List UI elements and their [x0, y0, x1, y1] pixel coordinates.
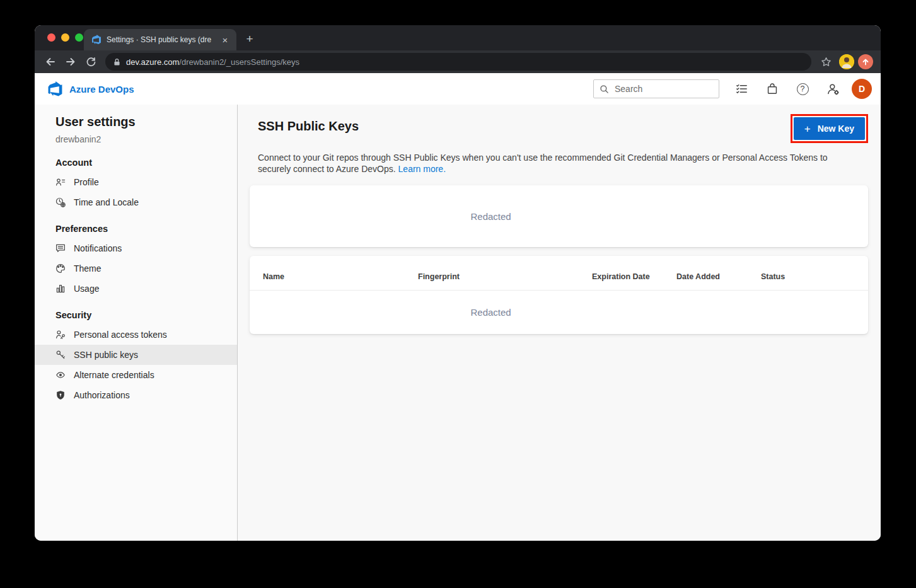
sidebar-section-account: Account — [55, 155, 237, 170]
browser-toolbar: dev.azure.com/drewbanin2/_usersSettings/… — [35, 50, 881, 73]
new-tab-button[interactable]: + — [241, 31, 258, 47]
redacted-banner-text: Redacted — [250, 211, 732, 222]
profile-icon — [55, 177, 66, 187]
sidebar-item-notifications[interactable]: Notifications — [35, 238, 237, 258]
sidebar-item-authorizations[interactable]: Authorizations — [35, 385, 237, 405]
description-line-2: securely connect to Azure DevOps. — [258, 164, 396, 174]
column-header-name: Name — [263, 272, 418, 281]
tab-close-icon[interactable]: × — [220, 35, 230, 45]
plus-icon: + — [804, 124, 811, 134]
red-annotation-box: + New Key — [791, 114, 868, 143]
browser-profile-avatar[interactable] — [839, 54, 854, 69]
sidebar-section-preferences: Preferences — [55, 221, 237, 236]
chrome-update-icon[interactable] — [858, 54, 873, 69]
browser-tab[interactable]: Settings · SSH public keys (dre × — [84, 29, 236, 50]
column-header-expiration-date: Expiration Date — [592, 272, 676, 281]
column-header-date-added: Date Added — [676, 272, 761, 281]
sidebar-item-label: Time and Locale — [74, 197, 139, 207]
personal-access-tokens-icon — [55, 330, 66, 340]
url-path: /drewbanin2/_usersSettings/keys — [179, 57, 299, 67]
page-title: SSH Public Keys — [258, 119, 359, 134]
azure-devops-home-link[interactable]: Azure DevOps — [47, 81, 134, 97]
theme-palette-icon — [55, 263, 66, 274]
azure-devops-logo-icon — [47, 81, 63, 97]
sidebar-item-profile[interactable]: Profile — [35, 172, 237, 192]
sidebar-item-time-and-locale[interactable]: Time and Locale — [35, 192, 237, 212]
new-key-button[interactable]: + New Key — [794, 117, 865, 140]
learn-more-link[interactable]: Learn more. — [398, 164, 446, 174]
help-icon[interactable]: ? — [787, 73, 818, 105]
table-header-row: Name Fingerprint Expiration Date Date Ad… — [250, 256, 868, 291]
url-domain: dev.azure.com — [126, 57, 179, 67]
app-header: Azure DevOps ? D — [35, 73, 881, 105]
usage-chart-icon — [55, 284, 66, 294]
sidebar-item-label: Theme — [74, 263, 101, 274]
sidebar-item-theme[interactable]: Theme — [35, 258, 237, 279]
page-description: Connect to your Git repos through SSH Pu… — [258, 152, 868, 175]
table-row: Redacted — [250, 291, 868, 334]
sidebar-item-label: Personal access tokens — [74, 330, 167, 340]
search-box — [593, 79, 719, 98]
help-glyph: ? — [797, 83, 809, 95]
sidebar-item-label: SSH public keys — [74, 350, 138, 360]
redacted-banner-card: Redacted — [250, 185, 868, 247]
page-content: User settings drewbanin2 Account Profile… — [35, 105, 881, 541]
lock-icon — [113, 58, 121, 66]
description-line-1: Connect to your Git repos through SSH Pu… — [258, 153, 828, 163]
address-bar[interactable]: dev.azure.com/drewbanin2/_usersSettings/… — [105, 53, 811, 71]
alternate-credentials-icon — [55, 370, 66, 380]
tab-bar: Settings · SSH public keys (dre × + — [35, 25, 881, 50]
close-window-button[interactable] — [47, 33, 55, 42]
sidebar-item-alternate-credentials[interactable]: Alternate credentials — [35, 365, 237, 385]
sidebar-item-label: Profile — [74, 177, 99, 187]
browser-window: Settings · SSH public keys (dre × + dev.… — [35, 25, 881, 541]
settings-sidebar: User settings drewbanin2 Account Profile… — [35, 105, 238, 541]
traffic-lights — [47, 33, 83, 42]
tab-title: Settings · SSH public keys (dre — [107, 35, 215, 44]
authorizations-shield-icon — [55, 390, 66, 400]
main-panel: SSH Public Keys + New Key Connect to you… — [238, 105, 881, 541]
sidebar-item-label: Authorizations — [74, 390, 130, 400]
sidebar-item-ssh-public-keys[interactable]: SSH public keys — [35, 345, 237, 365]
bookmark-star-icon[interactable] — [816, 53, 835, 71]
minimize-window-button[interactable] — [61, 33, 69, 42]
user-settings-gear-icon[interactable] — [818, 73, 848, 105]
account-avatar[interactable]: D — [852, 79, 872, 99]
time-locale-icon — [55, 197, 66, 207]
sidebar-username: drewbanin2 — [55, 132, 237, 146]
ssh-keys-table: Name Fingerprint Expiration Date Date Ad… — [250, 256, 868, 334]
sidebar-section-security: Security — [55, 308, 237, 323]
sidebar-item-usage[interactable]: Usage — [35, 279, 237, 299]
ssh-key-icon — [55, 350, 66, 360]
search-input[interactable] — [613, 83, 713, 95]
reload-icon[interactable] — [81, 53, 100, 71]
notifications-icon — [55, 243, 66, 253]
sidebar-item-label: Usage — [74, 284, 99, 294]
new-key-button-label: New Key — [818, 124, 854, 134]
marketplace-bag-icon[interactable] — [757, 73, 787, 105]
redacted-row-text: Redacted — [250, 307, 732, 318]
column-header-status: Status — [761, 272, 868, 281]
azure-devops-favicon — [91, 35, 101, 45]
column-header-fingerprint: Fingerprint — [418, 272, 592, 281]
sidebar-title: User settings — [55, 113, 237, 130]
sidebar-item-label: Notifications — [74, 243, 122, 253]
forward-icon[interactable] — [61, 53, 80, 71]
sidebar-item-label: Alternate credentials — [74, 370, 154, 380]
sidebar-item-personal-access-tokens[interactable]: Personal access tokens — [35, 325, 237, 345]
task-list-icon[interactable] — [727, 73, 757, 105]
back-icon[interactable] — [41, 53, 60, 71]
brand-label: Azure DevOps — [69, 84, 134, 95]
zoom-window-button[interactable] — [75, 33, 83, 42]
search-icon — [600, 84, 609, 94]
